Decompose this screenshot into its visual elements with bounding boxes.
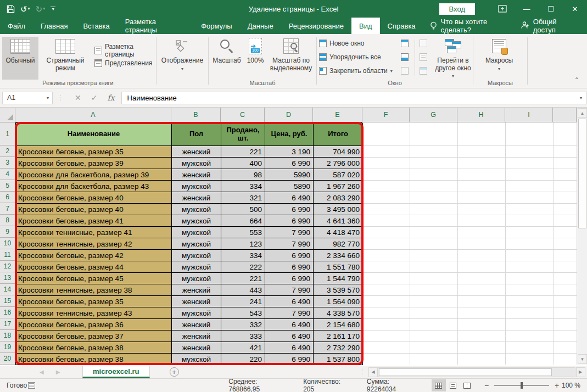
table-cell[interactable]: 334 (221, 250, 265, 261)
macros-button[interactable]: Макросы ▾ (481, 37, 517, 83)
table-cell[interactable]: 2 334 660 (314, 250, 363, 261)
table-cell[interactable]: 321 (221, 192, 265, 204)
table-cell[interactable]: 333 (221, 331, 265, 342)
macro-record-icon[interactable] (28, 382, 36, 389)
table-cell[interactable]: Кроссовки теннисные, размер 43 (16, 307, 172, 319)
freeze-panes-button[interactable]: Закрепить области ▾ (319, 67, 393, 75)
table-cell[interactable]: 7 990 (265, 227, 314, 238)
row-header-3[interactable]: 3 (0, 157, 15, 169)
column-header-G[interactable]: G (410, 108, 457, 122)
undo-button[interactable]: ↺▾ (20, 5, 30, 13)
table-cell[interactable]: женский (172, 169, 221, 181)
table-cell[interactable]: женский (172, 284, 221, 296)
tab-formulas[interactable]: Формулы (193, 18, 240, 34)
row-header-14[interactable]: 14 (0, 284, 15, 295)
table-cell[interactable]: Кроссовки беговые, размер 36 (16, 319, 172, 331)
view-side-by-side-button[interactable] (420, 40, 427, 47)
table-cell[interactable]: Кроссовки беговые, размер 40 (16, 204, 172, 215)
row-header-10[interactable]: 10 (0, 238, 15, 249)
custom-views-button[interactable]: Представления (94, 59, 152, 67)
share-button[interactable]: Общий доступ (521, 18, 587, 34)
table-cell[interactable]: 1 544 790 (314, 273, 363, 284)
table-cell[interactable]: мужской (172, 354, 221, 365)
table-cell[interactable]: 6 490 (265, 192, 314, 204)
table-header-cell[interactable]: Пол (172, 123, 221, 146)
table-header-cell[interactable]: Наименование (16, 123, 172, 146)
tab-home[interactable]: Главная (33, 18, 75, 34)
table-cell[interactable]: Кроссовки беговые, размер 35 (16, 146, 172, 158)
row-header-19[interactable]: 19 (0, 341, 15, 353)
table-cell[interactable]: мужской (172, 227, 221, 238)
table-cell[interactable]: 220 (221, 354, 265, 365)
row-header-16[interactable]: 16 (0, 307, 15, 318)
horizontal-scrollbar[interactable]: ◀ (368, 367, 575, 377)
table-cell[interactable]: 3 190 (265, 146, 314, 158)
table-cell[interactable]: 4 418 470 (314, 227, 363, 238)
table-cell[interactable]: 553 (221, 227, 265, 238)
table-cell[interactable]: мужской (172, 158, 221, 169)
zoom-slider-thumb[interactable] (521, 382, 523, 389)
new-window-button[interactable]: Новое окно (319, 40, 365, 47)
table-cell[interactable]: 6 990 (265, 354, 314, 365)
table-cell[interactable]: Кроссовки для баскетбола, размер 43 (16, 181, 172, 192)
table-cell[interactable]: 1 537 800 (314, 354, 363, 365)
table-cell[interactable]: Кроссовки для баскетбола, размер 39 (16, 169, 172, 181)
table-cell[interactable]: 6 990 (265, 250, 314, 261)
table-cell[interactable]: 6 490 (265, 319, 314, 331)
table-cell[interactable]: женский (172, 192, 221, 204)
zoom-to-selection-button[interactable]: Масштаб по выделенному (267, 37, 315, 80)
redo-button[interactable]: ↻▾ (36, 5, 46, 13)
row-header-4[interactable]: 4 (0, 169, 15, 180)
table-cell[interactable]: мужской (172, 273, 221, 284)
table-cell[interactable]: мужской (172, 261, 221, 273)
tell-me-box[interactable]: Что вы хотите сделать? (423, 18, 521, 34)
table-cell[interactable]: 221 (221, 273, 265, 284)
table-cell[interactable]: 421 (221, 342, 265, 354)
data-table[interactable]: НаименованиеПолПродано, шт.Цена, руб.Ито… (15, 122, 362, 365)
table-cell[interactable]: Кроссовки беговые, размер 39 (16, 158, 172, 169)
table-cell[interactable]: 5990 (265, 169, 314, 181)
table-cell[interactable]: 2 732 290 (314, 342, 363, 354)
table-cell[interactable]: 3 539 570 (314, 284, 363, 296)
column-header-E[interactable]: E (313, 108, 362, 122)
table-cell[interactable]: мужской (172, 204, 221, 215)
table-cell[interactable]: 334 (221, 181, 265, 192)
row-header-6[interactable]: 6 (0, 192, 15, 203)
table-cell[interactable]: 241 (221, 296, 265, 307)
table-cell[interactable]: 664 (221, 215, 265, 227)
name-box-dropdown-icon[interactable]: ▾ (47, 96, 49, 100)
row-header-5[interactable]: 5 (0, 180, 15, 192)
tab-page-layout[interactable]: Разметка страницы (118, 18, 193, 34)
row-header-18[interactable]: 18 (0, 330, 15, 341)
table-cell[interactable]: 6 990 (265, 158, 314, 169)
table-cell[interactable]: 222 (221, 261, 265, 273)
sheet-prev-icon[interactable]: ◀ (40, 369, 44, 375)
horizontal-scroll-thumb[interactable] (379, 368, 552, 376)
unhide-button[interactable] (401, 67, 409, 75)
minimize-button[interactable]: — (515, 0, 539, 18)
scroll-right-icon[interactable]: ▶ (576, 367, 585, 377)
normal-view-button[interactable]: Обычный (2, 37, 38, 80)
column-header-D[interactable]: D (265, 108, 313, 122)
column-header-B[interactable]: B (171, 108, 221, 122)
row-header-12[interactable]: 12 (0, 261, 15, 272)
table-cell[interactable]: мужской (172, 181, 221, 192)
table-cell[interactable]: 4 338 570 (314, 307, 363, 319)
synchronous-scrolling-button[interactable] (420, 53, 427, 61)
table-cell[interactable]: 7 990 (265, 284, 314, 296)
page-break-preview-button[interactable]: Страничный режим (41, 37, 90, 80)
table-cell[interactable]: Кроссовки теннисные, размер 42 (16, 238, 172, 250)
row-header-13[interactable]: 13 (0, 272, 15, 284)
arrange-all-button[interactable]: Упорядочить все (319, 53, 381, 61)
tab-help[interactable]: Справка (380, 18, 423, 34)
table-cell[interactable]: 1 551 780 (314, 261, 363, 273)
table-cell[interactable]: Кроссовки беговые, размер 40 (16, 192, 172, 204)
table-cell[interactable]: 6 490 (265, 342, 314, 354)
row-header-1[interactable]: 1 (0, 122, 15, 145)
row-header-17[interactable]: 17 (0, 318, 15, 330)
table-cell[interactable]: 6 990 (265, 204, 314, 215)
table-cell[interactable]: 1 564 090 (314, 296, 363, 307)
close-button[interactable]: ✕ (563, 0, 587, 18)
row-header-2[interactable]: 2 (0, 145, 15, 157)
zoom-in-icon[interactable]: + (555, 381, 559, 390)
